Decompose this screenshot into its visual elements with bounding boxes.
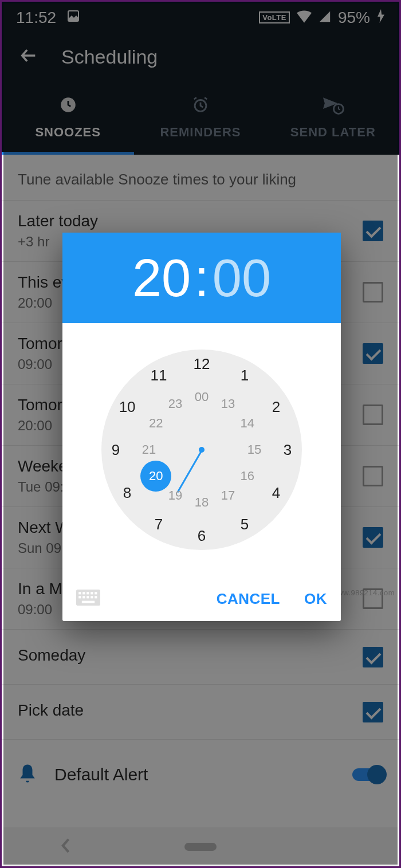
clock-hour-inner[interactable]: 23 — [166, 395, 184, 413]
selected-minute[interactable]: 00 — [213, 248, 271, 308]
svg-rect-6 — [82, 592, 85, 594]
phone-frame: 11:52 VoLTE 95% Scheduling — [0, 0, 401, 868]
svg-rect-10 — [78, 596, 81, 598]
clock-hour-outer[interactable]: 7 — [150, 515, 168, 533]
svg-rect-13 — [91, 596, 93, 598]
clock-hour-inner[interactable]: 16 — [238, 467, 257, 485]
dialog-action-bar: CANCEL OK — [62, 576, 341, 621]
keyboard-icon[interactable] — [76, 589, 100, 608]
clock-hour-outer[interactable]: 12 — [192, 355, 211, 373]
clock-hour-inner[interactable]: 18 — [192, 493, 211, 512]
svg-rect-12 — [87, 596, 89, 598]
dialog-buttons: CANCEL OK — [217, 590, 327, 608]
time-colon: : — [194, 248, 209, 308]
clock-hour-outer[interactable]: 3 — [278, 441, 297, 459]
svg-rect-11 — [82, 596, 85, 598]
clock-hour-outer[interactable]: 4 — [267, 484, 285, 502]
clock-hour-inner[interactable]: 13 — [219, 395, 237, 413]
clock-hour-inner[interactable]: 22 — [147, 414, 165, 433]
clock-hour-inner[interactable]: 21 — [140, 441, 158, 459]
clock-hour-inner[interactable]: 15 — [245, 441, 264, 459]
clock-hour-outer[interactable]: 9 — [107, 441, 125, 459]
clock-hour-inner[interactable]: 19 — [166, 486, 184, 505]
time-picker-dialog: 20 : 00 12123456789101100131415161718192… — [62, 233, 341, 621]
clock-hour-outer[interactable]: 2 — [267, 398, 285, 416]
clock-selected-hour[interactable]: 20 — [140, 461, 171, 492]
clock-container: 121234567891011001314151617181920212223 — [62, 323, 341, 576]
clock-hour-inner[interactable]: 00 — [192, 388, 211, 406]
svg-rect-14 — [95, 596, 97, 598]
time-picker-header: 20 : 00 — [62, 233, 341, 323]
clock-hour-outer[interactable]: 11 — [150, 366, 168, 384]
svg-rect-7 — [87, 592, 89, 594]
clock-hour-outer[interactable]: 8 — [118, 484, 136, 502]
clock-face[interactable]: 121234567891011001314151617181920212223 — [101, 349, 302, 550]
cancel-button[interactable]: CANCEL — [217, 590, 280, 608]
clock-hour-inner[interactable]: 14 — [238, 414, 257, 433]
svg-rect-9 — [95, 592, 97, 594]
clock-hour-outer[interactable]: 5 — [235, 515, 254, 533]
selected-hour[interactable]: 20 — [132, 248, 191, 308]
svg-rect-8 — [91, 592, 93, 594]
svg-rect-5 — [78, 592, 81, 594]
clock-hour-outer[interactable]: 6 — [192, 527, 211, 545]
svg-rect-15 — [82, 601, 95, 603]
clock-center-dot — [199, 447, 205, 453]
clock-hour-inner[interactable]: 17 — [219, 486, 237, 505]
ok-button[interactable]: OK — [304, 590, 327, 608]
clock-hour-outer[interactable]: 1 — [235, 366, 254, 384]
clock-hour-outer[interactable]: 10 — [118, 398, 136, 416]
